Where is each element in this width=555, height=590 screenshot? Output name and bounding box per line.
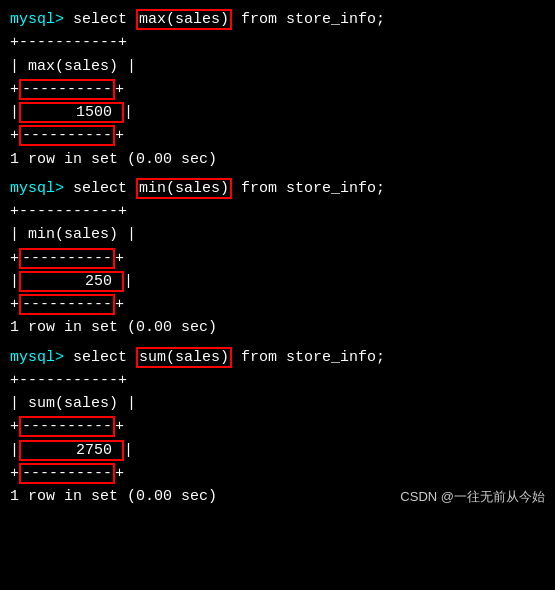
min-value: 250 bbox=[19, 271, 124, 292]
terminal-window: mysql> select max(sales) from store_info… bbox=[10, 8, 545, 508]
from-clause: from store_info; bbox=[232, 11, 385, 28]
max-sep2: +----------+ bbox=[10, 78, 545, 101]
min-result: 1 row in set (0.00 sec) bbox=[10, 316, 545, 339]
max-sep3: +----------+ bbox=[10, 124, 545, 147]
sum-function: sum(sales) bbox=[136, 347, 232, 368]
max-query-block: mysql> select max(sales) from store_info… bbox=[10, 8, 545, 171]
sum-result-line: 1 row in set (0.00 sec) CSDN @一往无前从今始 bbox=[10, 485, 545, 508]
min-function: min(sales) bbox=[136, 178, 232, 199]
min-sep2: +----------+ bbox=[10, 247, 545, 270]
min-value-box: ---------- bbox=[19, 248, 115, 269]
sum-value-line: | 2750 | bbox=[10, 439, 545, 462]
sum-query-block: mysql> select sum(sales) from store_info… bbox=[10, 346, 545, 509]
prompt: mysql> bbox=[10, 11, 64, 28]
prompt: mysql> bbox=[10, 349, 64, 366]
sum-value-box: ---------- bbox=[19, 416, 115, 437]
max-value: 1500 bbox=[19, 102, 124, 123]
sum-col-header: | sum(sales) | bbox=[10, 392, 545, 415]
min-value-line: | 250 | bbox=[10, 270, 545, 293]
sum-value: 2750 bbox=[19, 440, 124, 461]
max-function: max(sales) bbox=[136, 9, 232, 30]
watermark: CSDN @一往无前从今始 bbox=[400, 487, 545, 507]
min-sep3: +----------+ bbox=[10, 293, 545, 316]
sum-sep2: +----------+ bbox=[10, 415, 545, 438]
from-clause: from store_info; bbox=[232, 180, 385, 197]
min-query-line: mysql> select min(sales) from store_info… bbox=[10, 177, 545, 200]
select-keyword: select bbox=[64, 180, 136, 197]
sum-sep1: +-----------+ bbox=[10, 369, 545, 392]
max-result: 1 row in set (0.00 sec) bbox=[10, 148, 545, 171]
select-keyword: select bbox=[64, 349, 136, 366]
max-query-line: mysql> select max(sales) from store_info… bbox=[10, 8, 545, 31]
sum-query-line: mysql> select sum(sales) from store_info… bbox=[10, 346, 545, 369]
min-query-block: mysql> select min(sales) from store_info… bbox=[10, 177, 545, 340]
sum-result-text: 1 row in set (0.00 sec) bbox=[10, 485, 217, 508]
max-value-box2: ---------- bbox=[19, 125, 115, 146]
min-sep1: +-----------+ bbox=[10, 200, 545, 223]
min-value-box2: ---------- bbox=[19, 294, 115, 315]
max-col-header: | max(sales) | bbox=[10, 55, 545, 78]
from-clause: from store_info; bbox=[232, 349, 385, 366]
max-value-line: | 1500 | bbox=[10, 101, 545, 124]
prompt: mysql> bbox=[10, 180, 64, 197]
sum-sep3: +----------+ bbox=[10, 462, 545, 485]
max-value-box: ---------- bbox=[19, 79, 115, 100]
sum-value-box2: ---------- bbox=[19, 463, 115, 484]
max-sep1: +-----------+ bbox=[10, 31, 545, 54]
min-col-header: | min(sales) | bbox=[10, 223, 545, 246]
select-keyword: select bbox=[64, 11, 136, 28]
